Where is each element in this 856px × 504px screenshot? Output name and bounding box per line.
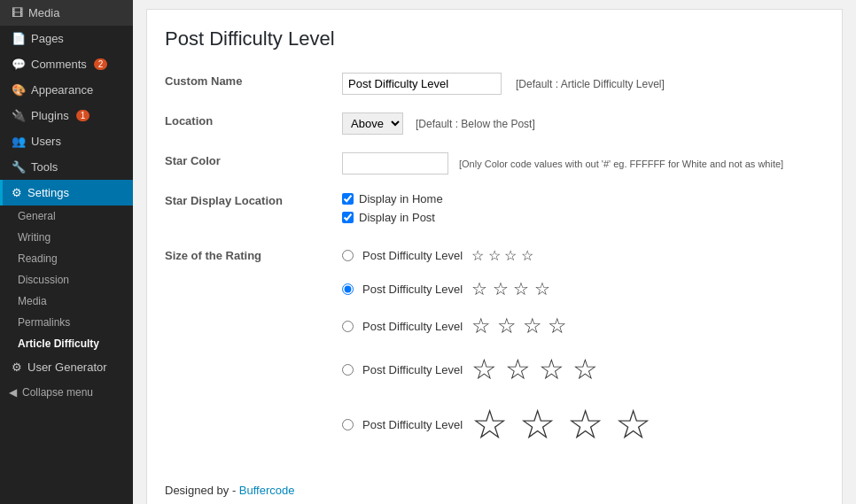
- appearance-icon: 🎨: [12, 83, 26, 97]
- size-rating-row: Size of the Rating Post Difficulty Level…: [165, 238, 824, 471]
- custom-name-default: [Default : Article Difficulty Level]: [516, 78, 665, 90]
- submenu-media[interactable]: Media: [0, 291, 133, 312]
- user-generator-icon: ⚙: [12, 361, 22, 374]
- star-display-label: Star Display Location: [165, 183, 342, 238]
- sidebar-item-settings[interactable]: ⚙ Settings: [0, 180, 133, 205]
- submenu-general[interactable]: General: [0, 205, 133, 227]
- size4-stars: ☆ ☆ ☆ ☆: [471, 353, 598, 386]
- size5-label: Post Difficulty Level: [362, 418, 463, 431]
- tools-icon: 🔧: [12, 160, 26, 174]
- sidebar-item-comments[interactable]: 💬 Comments 2: [0, 51, 133, 77]
- rating-option-4: Post Difficulty Level ☆ ☆ ☆ ☆: [342, 353, 824, 386]
- size3-label: Post Difficulty Level: [362, 320, 463, 333]
- submenu-reading[interactable]: Reading: [0, 248, 133, 269]
- comments-icon: 💬: [12, 58, 26, 71]
- display-in-post-row: Display in Post: [342, 211, 824, 224]
- sidebar-item-plugins[interactable]: 🔌 Plugins 1: [0, 103, 133, 128]
- submenu-permalinks[interactable]: Permalinks: [0, 312, 133, 333]
- star-color-note: [Only Color code values with out '#' eg.…: [459, 159, 783, 169]
- sidebar: 🎞 Media 📄 Pages 💬 Comments 2 🎨 Appearanc…: [0, 0, 133, 504]
- size1-radio[interactable]: [342, 250, 354, 261]
- star-color-row: Star Color [Only Color code values with …: [165, 143, 824, 183]
- location-default: [Default : Below the Post]: [416, 118, 535, 130]
- size5-radio[interactable]: [342, 419, 354, 430]
- pages-icon: 📄: [12, 32, 26, 45]
- location-label: Location: [165, 104, 342, 143]
- size4-label: Post Difficulty Level: [362, 363, 463, 376]
- location-select[interactable]: Above Below: [342, 112, 403, 135]
- size1-stars: ☆ ☆ ☆ ☆: [471, 247, 533, 264]
- star-color-label: Star Color: [165, 143, 342, 183]
- media-icon: 🎞: [12, 6, 23, 19]
- collapse-icon: ◀: [9, 386, 17, 399]
- display-home-checkbox[interactable]: [342, 193, 354, 205]
- size2-radio[interactable]: [342, 283, 354, 295]
- settings-form-area: Post Difficulty Level Custom Name [Defau…: [146, 9, 843, 504]
- star-display-row: Star Display Location Display in Home Di…: [165, 183, 824, 238]
- size3-stars: ☆ ☆ ☆ ☆: [471, 314, 567, 338]
- custom-name-row: Custom Name [Default : Article Difficult…: [165, 64, 824, 104]
- plugins-badge: 1: [76, 110, 90, 121]
- plugins-icon: 🔌: [12, 109, 26, 122]
- star-color-input[interactable]: [342, 152, 448, 174]
- size1-label: Post Difficulty Level: [362, 249, 463, 262]
- submenu-discussion[interactable]: Discussion: [0, 269, 133, 291]
- display-post-label[interactable]: Display in Post: [359, 211, 435, 224]
- sidebar-item-appearance[interactable]: 🎨 Appearance: [0, 77, 133, 103]
- custom-name-label: Custom Name: [165, 64, 342, 104]
- sidebar-item-users[interactable]: 👥 Users: [0, 128, 133, 154]
- buffercode-link[interactable]: Buffercode: [239, 484, 295, 497]
- submenu-writing[interactable]: Writing: [0, 227, 133, 248]
- rating-option-2: Post Difficulty Level ☆ ☆ ☆ ☆: [342, 278, 824, 299]
- main-content: Post Difficulty Level Custom Name [Defau…: [133, 0, 856, 504]
- comments-badge: 2: [94, 58, 108, 70]
- display-home-label[interactable]: Display in Home: [359, 192, 443, 205]
- submenu-article-difficulty[interactable]: Article Difficulty: [0, 333, 133, 354]
- collapse-menu-button[interactable]: ◀ Collapse menu: [0, 380, 133, 405]
- size4-radio[interactable]: [342, 364, 354, 376]
- sidebar-item-tools[interactable]: 🔧 Tools: [0, 154, 133, 180]
- size2-stars: ☆ ☆ ☆ ☆: [471, 278, 550, 299]
- size3-radio[interactable]: [342, 321, 354, 332]
- rating-option-5: Post Difficulty Level ☆ ☆ ☆ ☆: [342, 400, 824, 448]
- size5-stars: ☆ ☆ ☆ ☆: [471, 400, 650, 448]
- display-post-checkbox[interactable]: [342, 212, 354, 223]
- designed-by: Designed by - Buffercode: [165, 484, 824, 497]
- sidebar-item-pages[interactable]: 📄 Pages: [0, 26, 133, 51]
- size2-label: Post Difficulty Level: [362, 283, 463, 296]
- size-rating-label: Size of the Rating: [165, 238, 342, 471]
- custom-name-input[interactable]: [342, 73, 502, 95]
- rating-option-3: Post Difficulty Level ☆ ☆ ☆ ☆: [342, 314, 824, 338]
- users-icon: 👥: [12, 135, 26, 148]
- settings-icon: ⚙: [12, 186, 22, 199]
- settings-table: Custom Name [Default : Article Difficult…: [165, 64, 824, 471]
- page-title: Post Difficulty Level: [165, 27, 824, 50]
- display-in-home-row: Display in Home: [342, 192, 824, 205]
- settings-submenu: General Writing Reading Discussion Media…: [0, 205, 133, 354]
- rating-option-1: Post Difficulty Level ☆ ☆ ☆ ☆: [342, 247, 824, 264]
- sidebar-item-media[interactable]: 🎞 Media: [0, 0, 133, 26]
- sidebar-item-user-generator[interactable]: ⚙ User Generator: [0, 354, 133, 380]
- location-row: Location Above Below [Default : Below th…: [165, 104, 824, 143]
